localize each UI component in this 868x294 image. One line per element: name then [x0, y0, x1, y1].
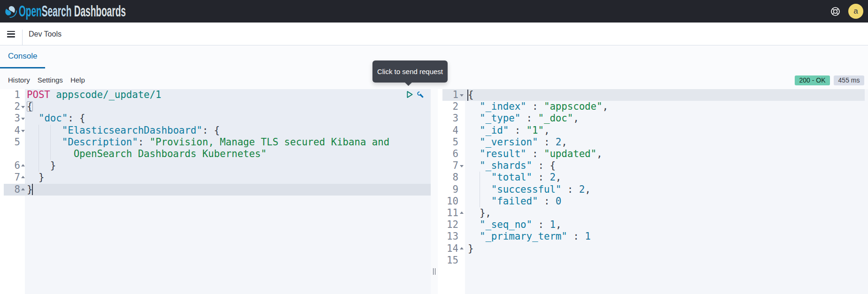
send-request-button[interactable]	[406, 90, 413, 98]
code-text: "_shards" : {	[468, 160, 556, 172]
settings-link[interactable]: Settings	[38, 76, 63, 84]
code-text: "successful" : 2,	[468, 184, 591, 196]
tooltip-text: Click to send request	[377, 68, 443, 75]
hamburger-icon	[7, 31, 15, 32]
response-time-badge: 455 ms	[834, 75, 864, 85]
code-text: "failed" : 0	[468, 196, 561, 207]
code-text: "ElasticsearchDashboard": {	[27, 125, 220, 136]
fold-open-icon[interactable]	[460, 94, 464, 97]
code-text: "_index" : "appscode",	[468, 101, 608, 113]
fold-close-icon[interactable]	[21, 188, 25, 190]
code-text: "_version" : 2,	[468, 136, 567, 148]
code-line[interactable]: 3 "doc": {	[0, 113, 431, 124]
code-line[interactable]: 4 "ElasticsearchDashboard": {	[0, 125, 431, 136]
text-cursor	[32, 184, 33, 195]
code-text: "result" : "updated",	[468, 148, 603, 160]
line-number: 13	[438, 231, 465, 242]
user-avatar[interactable]: a	[848, 4, 863, 19]
history-link[interactable]: History	[8, 76, 30, 84]
avatar-initial: a	[853, 7, 858, 16]
line-number	[0, 148, 25, 160]
code-text: "_id" : "1",	[468, 125, 550, 136]
wordmark-dashboards: Dashboards	[71, 2, 126, 20]
fold-close-icon[interactable]	[460, 211, 464, 214]
code-line[interactable]: 12 "_seq_no" : 1,	[438, 219, 868, 231]
help-menu-button[interactable]	[826, 0, 845, 23]
code-text: "_type" : "_doc",	[468, 113, 579, 124]
code-line[interactable]: 1{	[438, 89, 868, 101]
code-line[interactable]: 10 "failed" : 0	[438, 196, 868, 207]
panel-resizer[interactable]	[431, 89, 438, 294]
line-number: 15	[438, 255, 465, 266]
matching-bracket-highlight	[27, 101, 33, 112]
send-request-tooltip: Click to send request	[372, 60, 448, 83]
line-number: 4	[438, 125, 465, 136]
fold-open-icon[interactable]	[21, 118, 25, 120]
resizer-handle-icon	[433, 268, 436, 275]
line-number: 10	[438, 196, 465, 207]
code-line[interactable]: 1POST appscode/_update/1	[0, 89, 431, 101]
fold-close-icon[interactable]	[21, 164, 25, 166]
breadcrumb-bar: Dev Tools	[0, 23, 868, 45]
code-line[interactable]: 13 "_primary_term" : 1	[438, 231, 868, 242]
code-text: "Description": "Provision, Manage TLS se…	[27, 136, 389, 148]
code-line[interactable]: 2{	[0, 101, 431, 113]
help-link[interactable]: Help	[70, 76, 85, 84]
code-line[interactable]: 5 "Description": "Provision, Manage TLS …	[0, 136, 431, 148]
fold-open-icon[interactable]	[460, 165, 464, 167]
header-divider	[22, 30, 23, 45]
console-editors: 1POST appscode/_update/12{3 "doc": {4 "E…	[0, 89, 868, 294]
line-number: 9	[438, 184, 465, 196]
code-line[interactable]: 8 "total" : 2,	[438, 172, 868, 183]
wordmark-search: Search	[42, 2, 72, 20]
line-number: 12	[438, 219, 465, 231]
line-number: 6	[438, 148, 465, 160]
text-cursor	[467, 90, 468, 101]
code-line[interactable]: 4 "_id" : "1",	[438, 125, 868, 136]
line-number: 8	[438, 172, 465, 183]
code-text: POST appscode/_update/1	[27, 89, 162, 101]
code-text: "_seq_no" : 1,	[468, 219, 561, 231]
request-options-wrench-button[interactable]	[417, 91, 424, 98]
line-number: 1	[0, 89, 25, 101]
request-editor[interactable]: 1POST appscode/_update/12{3 "doc": {4 "E…	[0, 89, 431, 294]
tab-console[interactable]: Console	[0, 46, 45, 68]
code-line[interactable]: 11 },	[438, 207, 868, 219]
code-text: }	[468, 243, 473, 255]
opensearch-logo-icon	[5, 6, 17, 18]
code-text: OpenSearch Dashboards Kubernetes"	[27, 148, 267, 160]
code-line[interactable]: 15	[438, 255, 868, 266]
wordmark-open: Open	[19, 2, 42, 20]
code-line[interactable]: 6 }	[0, 160, 431, 172]
opensearch-wordmark: OpenSearch Dashboards	[19, 0, 126, 23]
code-line[interactable]: 2 "_index" : "appscode",	[438, 101, 868, 113]
code-line[interactable]: 5 "_version" : 2,	[438, 136, 868, 148]
code-line[interactable]: 7 "_shards" : {	[438, 160, 868, 172]
code-text: "_primary_term" : 1	[468, 231, 591, 242]
app-header: OpenSearch Dashboards a	[0, 0, 868, 23]
code-line[interactable]: 9 "successful" : 2,	[438, 184, 868, 196]
line-number: 3	[438, 113, 465, 124]
fold-close-icon[interactable]	[460, 247, 464, 249]
code-line[interactable]: 7 }	[0, 172, 431, 183]
lifebuoy-icon	[830, 7, 840, 16]
opensearch-logo[interactable]: OpenSearch Dashboards	[5, 0, 204, 23]
code-text: }	[27, 160, 56, 172]
console-app: Console History Settings Help 200 - OK 4…	[0, 46, 868, 294]
menu-hamburger-button[interactable]	[7, 30, 16, 38]
breadcrumb: Dev Tools	[29, 23, 62, 45]
line-number: 5	[438, 136, 465, 148]
fold-close-icon[interactable]	[21, 176, 25, 178]
code-text: {	[468, 89, 473, 101]
code-line[interactable]: 14}	[438, 243, 868, 255]
fold-open-icon[interactable]	[21, 130, 25, 132]
code-line[interactable]: 3 "_type" : "_doc",	[438, 113, 868, 124]
code-line[interactable]: 8}	[0, 184, 431, 196]
response-editor[interactable]: 1{2 "_index" : "appscode",3 "_type" : "_…	[438, 89, 868, 294]
code-text: "doc": {	[27, 113, 85, 124]
code-line[interactable]: 6 "result" : "updated",	[438, 148, 868, 160]
code-text: },	[468, 207, 491, 219]
line-number: 5	[0, 136, 25, 148]
fold-open-icon[interactable]	[21, 106, 25, 108]
code-line[interactable]: OpenSearch Dashboards Kubernetes"	[0, 148, 431, 160]
